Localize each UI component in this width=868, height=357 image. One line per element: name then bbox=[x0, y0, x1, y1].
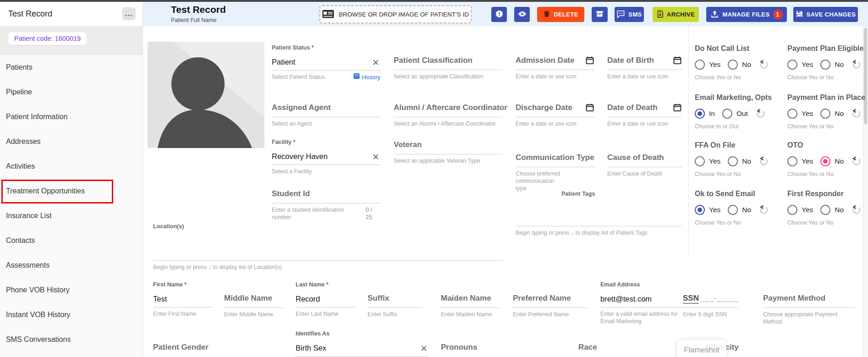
sidebar-item-instant-vob-history[interactable]: Instant VOB History bbox=[0, 302, 143, 327]
admission-date-field[interactable]: Admission Date Enter a date or use icon bbox=[516, 56, 594, 80]
sidebar-item-patient-information[interactable]: Patient Information bbox=[0, 104, 143, 129]
undo-icon[interactable] bbox=[851, 156, 861, 166]
discharge-date-field[interactable]: Discharge Date Enter a date or use icon bbox=[516, 103, 594, 127]
date-of-death-field[interactable]: Date of Death Enter a date or use icon bbox=[607, 103, 682, 127]
assigned-agent-select[interactable]: Assigned Agent Select an Agent bbox=[272, 103, 380, 127]
sidebar-item-contacts[interactable]: Contacts bbox=[0, 228, 143, 253]
page-subtitle: Patient Full Name bbox=[171, 17, 216, 23]
radio-yes[interactable] bbox=[787, 156, 797, 166]
payment-plan-eligible-label: Payment Plan Eligible bbox=[787, 44, 863, 55]
clear-x-icon[interactable]: ✕ bbox=[371, 58, 380, 67]
undo-icon[interactable] bbox=[758, 60, 769, 70]
radio-no[interactable] bbox=[820, 205, 830, 215]
radio-yes-selected[interactable] bbox=[695, 205, 705, 215]
radio-no[interactable] bbox=[820, 109, 830, 119]
cause-of-death-field[interactable]: Cause of Death Enter Cause of Death bbox=[607, 153, 682, 177]
veteran-select[interactable]: Veteran Select an applicable Veteran Typ… bbox=[394, 140, 502, 165]
archive-box-button[interactable] bbox=[592, 7, 608, 22]
sidebar-item-addresses[interactable]: Addresses bbox=[0, 129, 143, 154]
student-id-field[interactable]: Student Id Enter a student identificatio… bbox=[272, 189, 380, 221]
radio-yes[interactable] bbox=[787, 60, 797, 70]
patient-tags-input[interactable]: Patient Tags Begin typing or press ↓ to … bbox=[516, 191, 682, 236]
sidebar-item-pipeline[interactable]: Pipeline bbox=[0, 80, 143, 104]
calendar-icon[interactable] bbox=[585, 103, 594, 112]
undo-icon[interactable] bbox=[851, 109, 861, 119]
alumni-coordinator-select[interactable]: Alumni / Aftercare Coordinator Select an… bbox=[394, 103, 502, 127]
preferred-name-input[interactable]: Preferred Name Enter Preferred Name bbox=[513, 294, 588, 318]
patient-status-select[interactable]: Patient Status * Patient ✕ Select Patien… bbox=[272, 44, 380, 81]
undo-icon[interactable] bbox=[755, 109, 765, 119]
browse-id-dropzone[interactable]: BROWSE OR DROP IMAGE OF PATIENT'S ID bbox=[319, 5, 472, 24]
date-of-birth-field[interactable]: Date of Birth Enter a date or use icon bbox=[607, 56, 682, 80]
status-history-link[interactable]: History bbox=[353, 73, 380, 81]
last-name-input[interactable]: Last Name * Record Enter Last Name bbox=[296, 281, 355, 318]
pronouns-select[interactable]: Pronouns bbox=[441, 343, 510, 353]
archive-label: ARCHIVE bbox=[667, 11, 695, 18]
radio-no[interactable] bbox=[820, 60, 830, 70]
clear-x-icon[interactable]: ✕ bbox=[371, 153, 380, 162]
radio-out[interactable] bbox=[722, 109, 732, 119]
undo-icon[interactable] bbox=[758, 205, 769, 215]
date-of-birth-helper: Enter a date or use icon bbox=[607, 73, 682, 80]
preview-button[interactable] bbox=[514, 7, 530, 22]
sidebar-item-patients[interactable]: Patients bbox=[0, 55, 143, 80]
manage-files-button[interactable]: MANAGE FILES 1 bbox=[706, 7, 787, 22]
middle-name-input[interactable]: Middle Name Enter Middle Name bbox=[224, 294, 284, 318]
sidebar-item-sms-conversations[interactable]: SMS Conversations bbox=[0, 327, 143, 352]
sms-button[interactable]: SMS bbox=[615, 7, 644, 22]
undo-icon[interactable] bbox=[851, 60, 861, 70]
first-name-input[interactable]: First Name * Test Enter First Name bbox=[153, 281, 213, 318]
radio-no-selected[interactable] bbox=[820, 156, 830, 166]
input-underline bbox=[441, 308, 500, 308]
info-button[interactable] bbox=[491, 7, 507, 22]
input-underline bbox=[394, 154, 502, 154]
race-select[interactable]: Race bbox=[578, 343, 633, 353]
patient-gender-select[interactable]: Patient Gender bbox=[153, 343, 245, 353]
calendar-icon[interactable] bbox=[673, 103, 682, 112]
radio-yes[interactable] bbox=[695, 156, 705, 166]
locations-empty-area[interactable] bbox=[153, 231, 503, 259]
email-address-input[interactable]: Email Address brett@test.com Enter a val… bbox=[600, 281, 683, 325]
radio-no[interactable] bbox=[728, 205, 738, 215]
archive-button[interactable]: ARCHIVE bbox=[653, 7, 699, 22]
radio-yes[interactable] bbox=[695, 60, 705, 70]
sidebar-ellipsis-menu-button[interactable]: ... bbox=[122, 7, 136, 20]
facility-select[interactable]: Facility * Recovery Haven ✕ Select a Fac… bbox=[272, 139, 380, 175]
payment-method-select[interactable]: Payment Method Choose appropriate Paymen… bbox=[763, 294, 855, 325]
ssn-label: SSN bbox=[683, 294, 699, 304]
patient-classification-select[interactable]: Patient Classification Select an appropr… bbox=[394, 56, 502, 80]
communication-type-select[interactable]: Communication Type Choose preferred comm… bbox=[516, 153, 594, 192]
suffix-input[interactable]: Suffix Enter Suffix bbox=[368, 294, 423, 318]
radio-no[interactable] bbox=[728, 60, 738, 70]
input-underline bbox=[516, 117, 594, 117]
ssn-input[interactable]: SSN___-_____ Enter 9 digit SSN bbox=[683, 294, 738, 318]
calendar-icon[interactable] bbox=[585, 56, 594, 65]
upload-icon bbox=[710, 10, 719, 20]
sidebar-item-treatment-opportunities[interactable]: Treatment Opportunities bbox=[0, 179, 143, 203]
calendar-icon[interactable] bbox=[673, 56, 682, 65]
patient-tags-empty-area[interactable] bbox=[516, 198, 682, 225]
undo-icon[interactable] bbox=[758, 156, 769, 166]
clear-x-icon[interactable]: ✕ bbox=[419, 344, 429, 353]
radio-in-selected[interactable] bbox=[695, 109, 705, 119]
input-underline bbox=[296, 307, 355, 308]
sidebar-item-activities[interactable]: Activities bbox=[0, 154, 143, 179]
patient-photo-placeholder[interactable] bbox=[148, 42, 264, 148]
maiden-name-input[interactable]: Maiden Name Enter Maiden Name bbox=[441, 294, 500, 318]
input-underline bbox=[683, 308, 738, 308]
scrollbar[interactable] bbox=[863, 26, 868, 357]
alumni-coordinator-label: Alumni / Aftercare Coordinator bbox=[394, 103, 502, 113]
radio-yes[interactable] bbox=[787, 205, 797, 215]
radio-yes[interactable] bbox=[787, 109, 797, 119]
locations-input[interactable]: Location(s) Begin typing or press ↓ to d… bbox=[153, 223, 503, 271]
save-changes-button[interactable]: SAVE CHANGES bbox=[793, 7, 858, 22]
input-underline bbox=[516, 167, 594, 167]
last-name-label: Last Name * bbox=[296, 281, 355, 289]
undo-icon[interactable] bbox=[851, 205, 861, 215]
delete-button[interactable]: DELETE bbox=[537, 7, 584, 22]
identifies-as-select[interactable]: Identifies As Birth Sex ✕ bbox=[296, 330, 429, 357]
sidebar-item-insurance-list[interactable]: Insurance List bbox=[0, 203, 143, 228]
radio-no[interactable] bbox=[728, 156, 738, 166]
sidebar-item-assessments[interactable]: Assessments bbox=[0, 253, 143, 278]
sidebar-item-phone-vob-history[interactable]: Phone VOB History bbox=[0, 278, 143, 302]
